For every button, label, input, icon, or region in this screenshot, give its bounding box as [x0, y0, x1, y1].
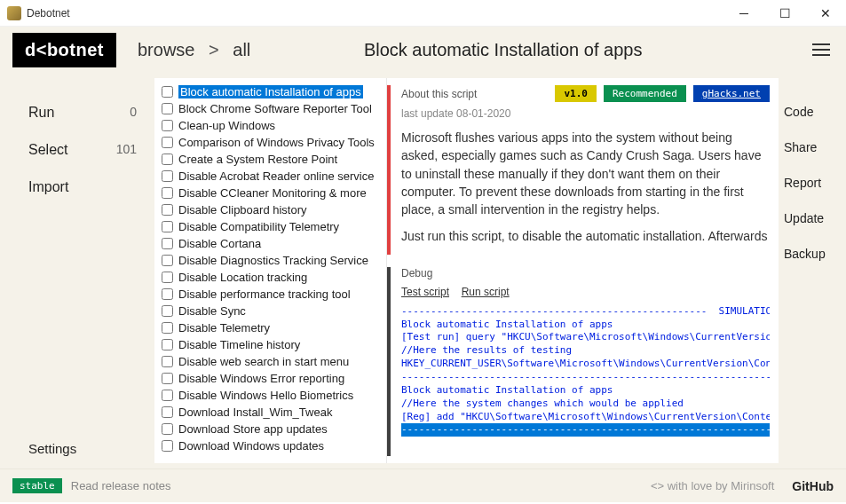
test-script-link[interactable]: Test script [401, 286, 449, 298]
script-item[interactable]: Disable Telemetry [154, 319, 386, 336]
script-label: Disable Acrobat Reader online service [178, 169, 374, 183]
left-nav-select[interactable]: Select101 [0, 131, 154, 169]
debug-line-highlighted: ----------------------------------------… [401, 423, 770, 437]
right-nav-backup[interactable]: Backup [784, 236, 837, 272]
right-nav: CodeShareReportUpdateBackup [784, 73, 846, 469]
script-item[interactable]: Disable Cortana [154, 235, 386, 252]
script-label: Disable Telemetry [178, 321, 270, 335]
script-item[interactable]: Download Windows updates [154, 437, 386, 454]
breadcrumb: browse > all [138, 40, 250, 60]
script-label: Disable Sync [178, 304, 246, 318]
script-item[interactable]: Disable Diagnostics Tracking Service [154, 252, 386, 269]
script-item[interactable]: Disable Windows Error reporting [154, 370, 386, 387]
script-item[interactable]: Comparison of Windows Privacy Tools [154, 134, 386, 151]
script-checkbox[interactable] [162, 406, 173, 418]
script-item[interactable]: Download Store app updates [154, 421, 386, 437]
debug-line: Block automatic Installation of apps [401, 319, 770, 332]
script-checkbox[interactable] [162, 170, 173, 182]
right-nav-share[interactable]: Share [784, 130, 837, 165]
description-2: Just run this script, to disable the aut… [401, 227, 770, 245]
script-checkbox[interactable] [162, 356, 173, 367]
debug-line: //Here the system changes which would be… [401, 398, 770, 411]
script-item[interactable]: Disable Location tracking [154, 269, 386, 286]
right-nav-report[interactable]: Report [784, 165, 837, 201]
script-checkbox[interactable] [162, 154, 173, 165]
script-checkbox[interactable] [162, 86, 173, 98]
script-checkbox[interactable] [162, 305, 173, 317]
left-nav: Run0Select101Import Settings [0, 73, 154, 469]
script-checkbox[interactable] [162, 339, 173, 350]
script-checkbox[interactable] [162, 103, 173, 114]
script-label: Disable Location tracking [178, 271, 307, 284]
script-checkbox[interactable] [162, 390, 173, 401]
script-label: Download Install_Wim_Tweak [178, 406, 332, 419]
script-checkbox[interactable] [162, 137, 173, 148]
script-checkbox[interactable] [162, 272, 173, 283]
center-panel: Block automatic Installation of appsBloc… [154, 78, 779, 463]
left-nav-import[interactable]: Import [0, 169, 154, 206]
script-item[interactable]: Block Chrome Software Reporter Tool [154, 100, 386, 117]
script-label: Disable Timeline history [178, 338, 300, 351]
version-badge: v1.0 [555, 85, 597, 102]
script-item[interactable]: Disable web search in start menu [154, 353, 386, 370]
left-nav-label: Select [28, 142, 67, 158]
debug-line: ----------------------------------------… [401, 305, 770, 319]
run-script-link[interactable]: Run script [462, 286, 510, 298]
left-nav-label: Run [28, 105, 54, 121]
script-item[interactable]: Disable performance tracking tool [154, 286, 386, 303]
footer: stable Read release notes <> with love b… [0, 469, 846, 502]
right-nav-update[interactable]: Update [784, 201, 837, 236]
script-checkbox[interactable] [162, 120, 173, 131]
script-item[interactable]: Create a System Restore Point [154, 151, 386, 168]
script-checkbox[interactable] [162, 322, 173, 334]
script-label: Disable Compatibility Telemetry [178, 220, 339, 233]
titlebar-controls: ─ ☐ ✕ [723, 0, 846, 27]
about-label: About this script [401, 88, 477, 100]
script-item[interactable]: Disable Windows Hello Biometrics [154, 387, 386, 404]
script-checkbox[interactable] [162, 238, 173, 249]
window-title: Debotnet [27, 7, 723, 20]
debug-line: ----------------------------------------… [401, 371, 770, 384]
script-item[interactable]: Disable Timeline history [154, 336, 386, 353]
script-checkbox[interactable] [162, 221, 173, 232]
script-item[interactable]: Download Install_Wim_Tweak [154, 404, 386, 421]
script-item[interactable]: Clean-up Windows [154, 117, 386, 134]
script-item[interactable]: Disable Clipboard history [154, 201, 386, 218]
script-label: Disable Windows Error reporting [178, 372, 344, 385]
left-nav-count: 0 [130, 105, 137, 121]
script-checkbox[interactable] [162, 373, 173, 384]
menu-button[interactable] [809, 36, 834, 63]
breadcrumb-root[interactable]: browse [138, 40, 194, 59]
ghacks-link[interactable]: gHacks.net [693, 85, 770, 102]
debug-section: Debug Test script Run script -----------… [387, 267, 770, 456]
script-item[interactable]: Block automatic Installation of apps [154, 83, 386, 100]
settings-link[interactable]: Settings [0, 429, 154, 469]
maximize-button[interactable]: ☐ [764, 0, 805, 27]
close-button[interactable]: ✕ [805, 0, 846, 27]
debug-line: [Reg] add "HKCU\Software\Microsoft\Windo… [401, 411, 770, 424]
script-list[interactable]: Block automatic Installation of appsBloc… [154, 78, 387, 463]
script-label: Disable Clipboard history [178, 203, 307, 217]
script-item[interactable]: Disable Compatibility Telemetry [154, 218, 386, 235]
script-item[interactable]: Disable Sync [154, 303, 386, 319]
script-item[interactable]: Disable Acrobat Reader online service [154, 168, 386, 185]
recommended-badge: Recommended [604, 85, 686, 102]
script-checkbox[interactable] [162, 204, 173, 216]
script-checkbox[interactable] [162, 440, 173, 452]
debug-output: ----------------------------------------… [401, 305, 770, 437]
left-nav-run[interactable]: Run0 [0, 94, 154, 131]
script-checkbox[interactable] [162, 423, 173, 435]
breadcrumb-current[interactable]: all [233, 40, 250, 59]
right-nav-code[interactable]: Code [784, 94, 837, 130]
script-checkbox[interactable] [162, 288, 173, 300]
minimize-button[interactable]: ─ [723, 0, 764, 27]
script-checkbox[interactable] [162, 187, 173, 199]
release-notes-link[interactable]: Read release notes [71, 479, 171, 492]
about-section: About this script v1.0 Recommended gHack… [387, 85, 770, 255]
script-label: Disable Diagnostics Tracking Service [178, 254, 368, 267]
script-checkbox[interactable] [162, 255, 173, 266]
detail-header: About this script v1.0 Recommended gHack… [401, 85, 770, 102]
github-link[interactable]: GitHub [792, 479, 834, 493]
script-item[interactable]: Disable CCleaner Monitoring & more [154, 185, 386, 201]
script-label: Disable CCleaner Monitoring & more [178, 186, 367, 200]
